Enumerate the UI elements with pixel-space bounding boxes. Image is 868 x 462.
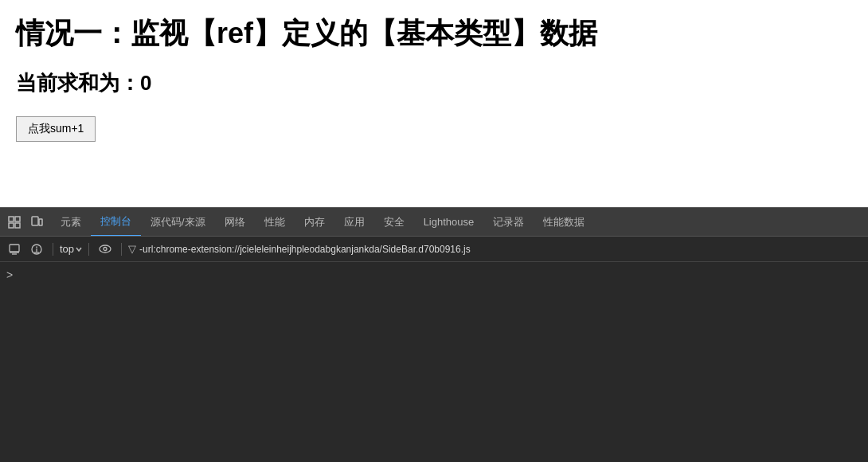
toolbar-divider-2 <box>88 243 89 256</box>
svg-rect-3 <box>15 223 20 228</box>
tab-memory[interactable]: 内存 <box>295 208 334 237</box>
sum-value: 0 <box>140 71 151 95</box>
tab-recorder[interactable]: 记录器 <box>483 208 534 237</box>
chevron-down-icon <box>76 246 82 253</box>
svg-rect-5 <box>39 219 42 225</box>
sum-label: 当前求和为： <box>16 71 140 95</box>
page-title: 情况一：监视【ref】定义的【基本类型】数据 <box>16 16 852 50</box>
device-toolbar-icon[interactable] <box>25 211 48 233</box>
svg-rect-1 <box>15 217 20 221</box>
context-label: top <box>60 243 74 255</box>
tab-application[interactable]: 应用 <box>334 208 374 237</box>
inspect-element-icon[interactable] <box>3 211 25 233</box>
tab-performance[interactable]: 性能 <box>255 208 295 237</box>
context-selector[interactable]: top <box>60 243 82 255</box>
tab-console[interactable]: 控制台 <box>91 208 141 237</box>
svg-rect-0 <box>9 217 14 221</box>
filter-icon: ▽ <box>128 243 136 255</box>
tab-elements[interactable]: 元素 <box>51 208 91 237</box>
eye-icon[interactable] <box>96 240 115 259</box>
tab-network[interactable]: 网络 <box>215 208 255 237</box>
devtools-toolbar: top ▽ -url:chrome-extension://jcielelein… <box>0 237 868 262</box>
tab-security[interactable]: 安全 <box>374 208 414 237</box>
devtools-left-icons <box>3 211 48 233</box>
toolbar-divider-3 <box>121 243 122 256</box>
svg-rect-2 <box>9 223 14 228</box>
filter-input[interactable]: -url:chrome-extension://jcieleleinheijhp… <box>139 244 863 255</box>
toolbar-divider-1 <box>53 243 53 256</box>
tab-sources[interactable]: 源代码/来源 <box>141 208 215 237</box>
sum-button[interactable]: 点我sum+1 <box>16 116 96 142</box>
devtools-console-area: > <box>0 262 868 462</box>
svg-point-14 <box>104 248 107 251</box>
main-content: 情况一：监视【ref】定义的【基本类型】数据 当前求和为：0 点我sum+1 <box>0 0 868 207</box>
svg-rect-6 <box>10 245 19 252</box>
clear-console-button[interactable] <box>5 240 24 259</box>
devtools-panel: 元素 控制台 源代码/来源 网络 性能 内存 应用 安全 Lighthouse … <box>0 207 868 462</box>
svg-rect-4 <box>32 217 38 225</box>
tab-perf-data[interactable]: 性能数据 <box>534 208 594 237</box>
issues-button[interactable] <box>27 240 46 259</box>
svg-point-13 <box>100 245 111 253</box>
devtools-tabbar: 元素 控制台 源代码/来源 网络 性能 内存 应用 安全 Lighthouse … <box>0 208 868 237</box>
sum-display: 当前求和为：0 <box>16 69 852 97</box>
tab-lighthouse[interactable]: Lighthouse <box>414 208 484 237</box>
console-prompt[interactable]: > <box>6 265 862 284</box>
